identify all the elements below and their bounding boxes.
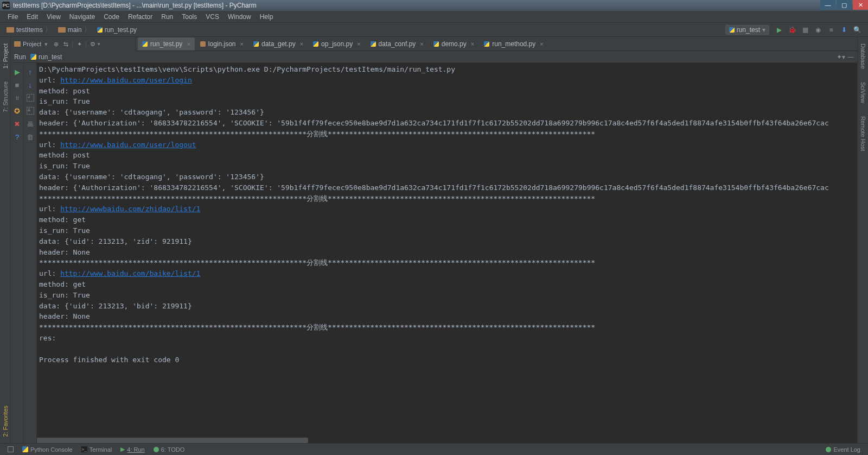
close-icon[interactable]: × [540,41,543,47]
toolwindow-tab-favorites[interactable]: 2: Favorites [1,401,10,441]
quick-access-icon [8,446,14,452]
menu-view[interactable]: View [42,12,65,22]
gear-icon[interactable]: ⚙ [89,40,97,48]
toolwindow-tab-sciview[interactable]: SciView [859,78,867,108]
editor-tab-op-json[interactable]: op_json.py × [309,37,365,50]
run-console-output[interactable]: D:\PycharmProjects\testItems\venv\Script… [37,63,857,443]
editor-tab-data-get[interactable]: data_get.py × [249,37,308,50]
menu-help[interactable]: Help [256,12,278,22]
statusbar-todo[interactable]: 6: TODO [149,446,189,453]
window-minimize-button[interactable]: — [820,0,835,10]
statusbar-python-console[interactable]: Python Console [18,446,77,453]
rerun-button[interactable]: ▶ [12,67,22,77]
help-button[interactable]: ? [12,132,22,142]
menu-navigate[interactable]: Navigate [65,12,99,22]
breadcrumb-label: testItems [16,26,43,34]
python-file-icon [313,41,318,47]
run-target-label: run_test [39,53,62,61]
folder-icon [58,27,66,33]
chevron-down-icon[interactable]: ▾ [44,41,48,48]
run-config-selector[interactable]: run_test ▾ [725,25,769,35]
run-toolwindow-header: Run run_test ✦▾ — [11,51,857,63]
chevron-down-icon: ▾ [762,26,765,34]
editor-tab-label: run_test.py [150,40,182,48]
run-button[interactable]: ▶ [774,24,784,35]
update-button[interactable]: ⬇ [839,24,850,35]
todo-icon [154,447,159,452]
collapse-icon[interactable]: ⇆ [62,40,69,48]
folder-icon [7,27,14,33]
profile-button[interactable]: ◉ [813,24,824,35]
close-icon[interactable]: × [300,41,303,47]
statusbar-terminal[interactable]: >_Terminal [77,446,117,453]
debug-button[interactable]: 🐞 [787,24,797,35]
console-horizontal-scrollbar[interactable] [37,438,308,443]
scroll-to-end-button[interactable]: ⇊ [25,106,35,116]
window-title: testItems [D:\PycharmProjects\testItems]… [13,2,257,9]
menu-window[interactable]: Window [224,12,256,22]
python-file-icon [97,27,103,33]
stop-button[interactable]: ■ [826,24,837,35]
python-file-icon [253,41,259,47]
breadcrumb-item-runtest[interactable]: run_test.py [95,26,139,34]
toolwindow-tab-project[interactable]: 1: Project [1,39,10,73]
left-tool-stripe: 1: Project 7: Structure 2: Favorites [0,37,11,443]
main-menubar: File Edit View Navigate Code Refactor Ru… [0,11,868,23]
breadcrumb-label: main [68,26,82,34]
editor-tab-run-test[interactable]: run_test.py × [138,37,195,50]
minimize-icon[interactable]: — [847,53,854,61]
search-everywhere-button[interactable]: 🔍 [852,24,863,35]
editor-tab-run-method[interactable]: run_method.py × [480,37,548,50]
down-trace-button[interactable]: ↓ [25,80,35,90]
run-config-label: run_test [737,26,760,34]
window-maximize-button[interactable]: ▢ [837,0,852,10]
close-icon[interactable]: × [471,41,474,47]
exit-button[interactable]: ✖ [12,119,22,129]
menu-tools[interactable]: Tools [177,12,201,22]
gear-icon[interactable]: ✦▾ [837,53,845,61]
menu-file[interactable]: File [3,12,22,22]
close-icon[interactable]: × [357,41,360,47]
menu-vcs[interactable]: VCS [201,12,224,22]
project-pane-label[interactable]: Project [23,41,41,47]
pause-button[interactable]: ⏸ [12,93,22,103]
statusbar-event-log[interactable]: Event Log [821,446,865,453]
chevron-down-icon[interactable]: ▾ [98,41,100,47]
terminal-icon: >_ [81,446,87,452]
up-trace-button[interactable]: ↑ [25,67,35,77]
show-options-icon[interactable]: ✦ [75,40,83,48]
play-icon: ▶ [120,446,125,453]
coverage-button[interactable]: ▦ [800,24,810,35]
toolwindow-tab-structure[interactable]: 7: Structure [1,77,10,117]
toolwindow-tab-database[interactable]: Database [859,39,867,73]
right-tool-stripe: Database SciView Remote Host [857,37,868,443]
editor-tab-label: data_get.py [261,40,296,48]
statusbar-toggle-toolwindows[interactable] [3,446,18,452]
soft-wrap-button[interactable]: ↲ [25,93,35,103]
clear-all-button[interactable]: 🗑 [25,132,35,142]
print-button[interactable]: 🖶 [25,119,35,129]
toolwindow-tab-remote-host[interactable]: Remote Host [859,112,867,155]
info-icon [826,447,831,452]
breadcrumb-item-testitems[interactable]: testItems 〉 [4,25,56,34]
menu-run[interactable]: Run [157,12,177,22]
statusbar-run[interactable]: ▶4: Run [116,446,149,453]
editor-tab-demo[interactable]: demo.py × [429,37,478,50]
nav-toolbar: testItems 〉 main 〉 run_test.py run_test … [0,23,868,37]
editor-tab-data-conf[interactable]: data_conf.py × [366,37,428,50]
menu-code[interactable]: Code [99,12,124,22]
breadcrumb-label: run_test.py [105,26,137,34]
dump-threads-button[interactable]: ✪ [12,106,22,116]
close-icon[interactable]: × [187,41,190,47]
editor-tab-login-json[interactable]: login.json × [196,37,248,50]
breadcrumb-item-main[interactable]: main 〉 [56,25,95,34]
scroll-target-icon[interactable]: ⊕ [52,40,60,48]
stop-button[interactable]: ■ [12,80,22,90]
window-close-button[interactable]: ✕ [853,0,868,10]
python-file-icon [371,41,376,47]
menu-refactor[interactable]: Refactor [124,12,157,22]
menu-edit[interactable]: Edit [22,12,42,22]
statusbar: Python Console >_Terminal ▶4: Run 6: TOD… [0,443,868,455]
close-icon[interactable]: × [420,41,423,47]
close-icon[interactable]: × [240,41,244,47]
